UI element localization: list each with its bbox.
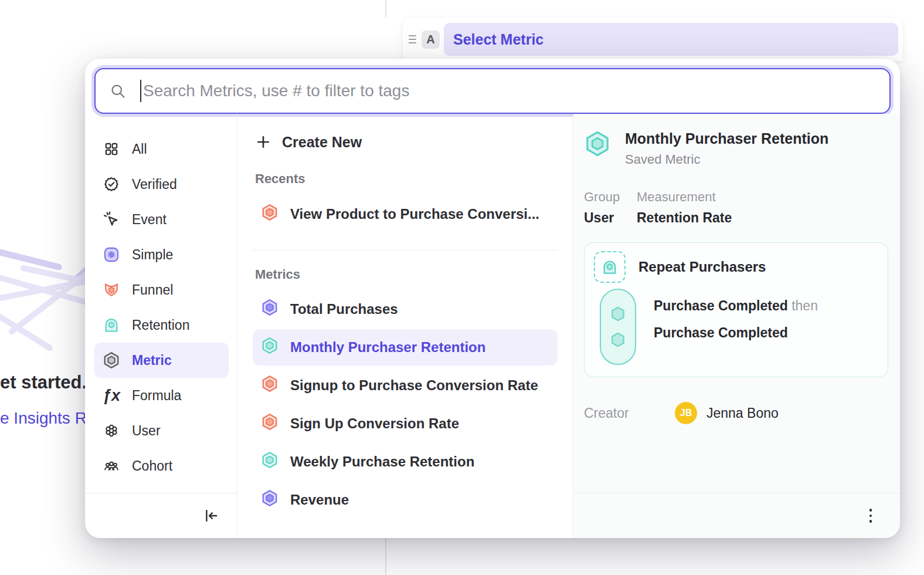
retention-metric-hexagon-icon-large (584, 130, 611, 167)
background-divider-line-bottom (385, 538, 386, 575)
drag-handle-icon[interactable] (406, 35, 418, 43)
group-label: Group (584, 190, 637, 205)
text-caret (140, 80, 141, 102)
metric-item-label: Total Purchases (290, 301, 398, 317)
sidebar-item-label: User (132, 423, 161, 439)
retention-metric-hexagon-icon (261, 451, 278, 472)
search-bar[interactable] (94, 68, 891, 114)
metric-item-label: Weekly Purchase Retention (290, 454, 474, 470)
simple-metric-hexagon-icon (261, 299, 278, 320)
search-input[interactable] (143, 82, 875, 100)
metric-item-label: Sign Up Conversion Rate (290, 415, 459, 432)
sidebar-item-formula[interactable]: ƒx Formula (94, 378, 229, 413)
sidebar-item-user[interactable]: User (94, 413, 229, 448)
metric-detail-panel: Monthly Purchaser Retention Saved Metric… (573, 114, 900, 538)
metric-row-toolbar: A Select Metric (403, 18, 903, 61)
plus-icon (255, 134, 271, 150)
event-sequence-capsule (600, 289, 636, 365)
recents-header: Recents (255, 171, 555, 187)
search-icon (110, 83, 126, 99)
funnel-metric-hexagon-icon (261, 375, 278, 396)
cohort-icon (103, 457, 120, 475)
user-cluster-icon (103, 422, 120, 439)
sidebar-item-label: Event (132, 212, 167, 228)
metric-item-total-purchases[interactable]: Total Purchases (253, 291, 558, 327)
metric-item-monthly-purchaser-retention[interactable]: Monthly Purchaser Retention (253, 329, 558, 366)
sidebar-item-simple[interactable]: Simple (94, 237, 229, 272)
sidebar-item-label: All (132, 141, 147, 157)
detail-footer (573, 493, 900, 538)
metric-item-label: Signup to Purchase Conversion Rate (290, 377, 538, 394)
filter-sidebar: All Verified Event (85, 114, 237, 538)
row-letter-badge: A (422, 31, 440, 49)
metric-item-label: Monthly Purchaser Retention (290, 339, 485, 356)
collapse-left-icon[interactable] (203, 508, 219, 524)
background-heading-fragment: et started. (0, 372, 87, 393)
sidebar-item-label: Metric (132, 353, 172, 368)
funnel-icon (103, 281, 120, 299)
sidebar-item-label: Funnel (132, 282, 173, 298)
saved-metric-definition-card: Repeat Purchasers Purchase Completed (584, 242, 888, 377)
background-divider-line-top (385, 0, 386, 18)
sidebar-item-cohort[interactable]: Cohort (94, 448, 229, 483)
sidebar-item-retention[interactable]: Retention (94, 307, 229, 343)
creator-avatar[interactable]: JB (675, 402, 697, 424)
sidebar-item-label: Verified (132, 177, 177, 192)
funnel-metric-hexagon-icon (261, 204, 278, 225)
metric-item-sign-up-conversion-rate[interactable]: Sign Up Conversion Rate (253, 405, 558, 442)
sidebar-item-verified[interactable]: Verified (94, 167, 229, 202)
simple-icon (103, 246, 120, 263)
metric-picker-modal: All Verified Event (85, 59, 900, 538)
detail-subtitle: Saved Metric (625, 152, 828, 167)
event-hexagon-icon (609, 305, 627, 323)
step-1: Purchase Completed then (654, 298, 818, 314)
group-value: User (584, 210, 637, 226)
create-new-label: Create New (282, 134, 362, 151)
sidebar-item-metric[interactable]: Metric (94, 343, 229, 378)
sidebar-item-label: Simple (132, 247, 173, 263)
event-cursor-icon (103, 211, 120, 228)
recent-item-label: View Product to Purchase Conversi... (290, 206, 539, 222)
metric-list-column: Create New Recents View Product to Purch… (237, 114, 573, 538)
metric-item-label: Revenue (290, 492, 349, 508)
sidebar-footer (85, 493, 237, 538)
measurement-label: Measurement (637, 190, 732, 205)
cohort-dashed-icon (594, 251, 626, 283)
retention-metric-hexagon-icon (261, 337, 278, 358)
list-divider (253, 250, 558, 251)
simple-metric-hexagon-icon (261, 489, 278, 510)
background-link-fragment[interactable]: e Insights Re (0, 409, 96, 428)
formula-icon: ƒx (103, 387, 120, 404)
step-2: Purchase Completed (654, 325, 818, 341)
select-metric-button[interactable]: Select Metric (444, 23, 898, 56)
then-connector: then (791, 298, 818, 313)
sidebar-item-all[interactable]: All (94, 131, 229, 167)
sidebar-item-event[interactable]: Event (94, 202, 229, 237)
create-new-button[interactable]: Create New (255, 129, 555, 155)
metric-item-revenue[interactable]: Revenue (253, 482, 558, 518)
measurement-value: Retention Rate (637, 210, 732, 226)
sidebar-item-label: Cohort (132, 458, 172, 474)
saved-card-title: Repeat Purchasers (638, 259, 766, 275)
creator-name: Jenna Bono (706, 405, 779, 421)
detail-title: Monthly Purchaser Retention (625, 130, 828, 147)
sidebar-item-label: Formula (132, 388, 181, 404)
event-hexagon-icon (609, 331, 627, 349)
metric-item-weekly-purchase-retention[interactable]: Weekly Purchase Retention (253, 444, 558, 480)
sidebar-item-funnel[interactable]: Funnel (94, 272, 229, 307)
funnel-metric-hexagon-icon (261, 413, 278, 434)
sidebar-item-label: Retention (132, 317, 189, 333)
metrics-header: Metrics (255, 267, 555, 282)
verified-badge-icon (103, 175, 120, 193)
creator-label: Creator (584, 405, 675, 421)
metric-item-signup-to-purchase-conversion-rate[interactable]: Signup to Purchase Conversion Rate (253, 367, 558, 404)
metric-hexagon-icon (103, 351, 120, 369)
retention-icon (103, 316, 120, 334)
recent-item[interactable]: View Product to Purchase Conversi... (253, 196, 558, 232)
kebab-menu-icon[interactable] (866, 505, 876, 526)
grid-icon (103, 140, 120, 158)
